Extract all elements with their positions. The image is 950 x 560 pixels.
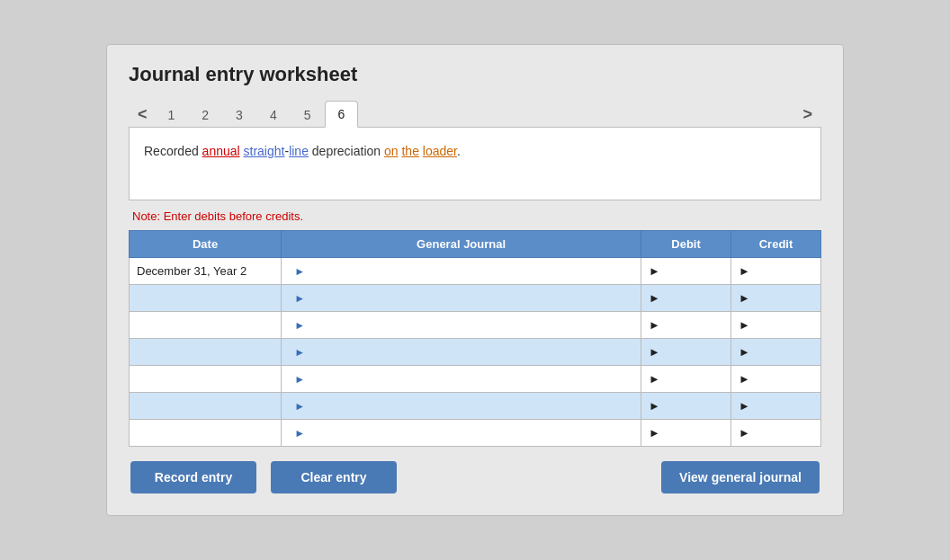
cell-debit-5[interactable]: ► [641,366,731,393]
view-general-journal-button[interactable]: View general journal [661,461,820,493]
col-header-date: Date [130,231,282,258]
cell-date-5[interactable] [130,366,282,393]
cell-credit-4[interactable]: ► [731,339,821,366]
table-row: ► ► ► [130,285,821,312]
description-box: Recorded annual straight-line depreciati… [130,128,820,200]
tab-2[interactable]: 2 [188,102,222,128]
tab-5[interactable]: 5 [291,102,325,128]
cell-general-6[interactable]: ► [282,393,641,420]
cell-credit-3[interactable]: ► [731,312,821,339]
tab-arrow-left[interactable]: < [130,102,155,128]
main-content-area: Recorded annual straight-line depreciati… [129,127,821,200]
cell-credit-2[interactable]: ► [731,285,821,312]
cell-general-5[interactable]: ► [282,366,641,393]
cell-date-4[interactable] [130,339,282,366]
tab-6[interactable]: 6 [325,101,359,128]
cell-date-1[interactable]: December 31, Year 2 [130,258,282,285]
buttons-row: Record entry Clear entry View general jo… [129,461,821,493]
table-row: ► ► ► [130,366,821,393]
table-row: ► ► ► [130,393,821,420]
col-header-debit: Debit [641,231,731,258]
journal-table: Date General Journal Debit Credit Decemb… [129,230,821,447]
cell-debit-3[interactable]: ► [641,312,731,339]
cell-date-6[interactable] [130,393,282,420]
cell-general-1[interactable]: ► [282,258,641,285]
cell-credit-5[interactable]: ► [731,366,821,393]
tab-arrow-right[interactable]: > [795,102,820,128]
cell-date-2[interactable] [130,285,282,312]
clear-entry-button[interactable]: Clear entry [271,461,397,493]
table-row: ► ► ► [130,339,821,366]
tabs-navigation: < 1 2 3 4 5 6 > [129,101,821,128]
tab-1[interactable]: 1 [155,102,189,128]
cell-credit-7[interactable]: ► [731,420,821,447]
record-entry-button[interactable]: Record entry [130,461,256,493]
cell-general-3[interactable]: ► [282,312,641,339]
col-header-credit: Credit [731,231,821,258]
cell-general-7[interactable]: ► [282,420,641,447]
table-row: ► ► ► [130,312,821,339]
cell-debit-1[interactable]: ► [641,258,731,285]
description-text: Recorded annual straight-line depreciati… [144,142,806,161]
table-row: December 31, Year 2 ► ► ► [130,258,821,285]
cell-debit-7[interactable]: ► [641,420,731,447]
cell-credit-6[interactable]: ► [731,393,821,420]
page-title: Journal entry worksheet [129,63,821,86]
tab-4[interactable]: 4 [256,102,291,128]
cell-general-4[interactable]: ► [282,339,641,366]
cell-debit-4[interactable]: ► [641,339,731,366]
cell-debit-6[interactable]: ► [641,393,731,420]
tab-3[interactable]: 3 [222,102,256,128]
worksheet-area: Note: Enter debits before credits. Date … [129,200,821,447]
note-text: Note: Enter debits before credits. [129,204,821,230]
journal-worksheet-container: Journal entry worksheet < 1 2 3 4 5 6 > … [106,44,844,516]
col-header-general-journal: General Journal [282,231,641,258]
cell-debit-2[interactable]: ► [641,285,731,312]
cell-date-3[interactable] [130,312,282,339]
cell-date-7[interactable] [130,420,282,447]
cell-credit-1[interactable]: ► [731,258,821,285]
table-row: ► ► ► [130,420,821,447]
cell-general-2[interactable]: ► [282,285,641,312]
